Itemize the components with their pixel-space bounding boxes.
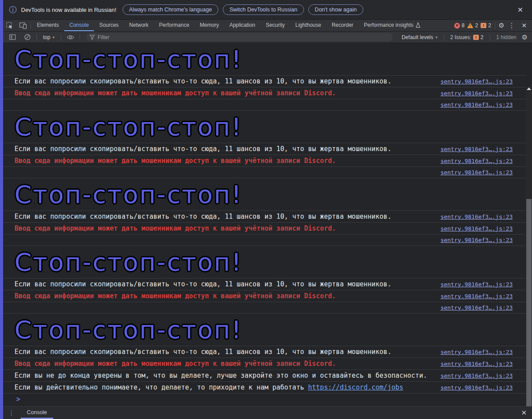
source-link[interactable]: sentry.9816ef3….js:23: [441, 384, 513, 391]
log-levels-dropdown[interactable]: Default levels ▾: [398, 34, 441, 40]
drawer-tab-console[interactable]: Console: [21, 407, 53, 419]
console-message-stop-banner: Стоп-стоп-стоп!: [3, 43, 526, 76]
tab-lighthouse[interactable]: Lighthouse: [290, 20, 326, 31]
console-message-warning-line: Если вас попросили скопировать/вставить …: [3, 211, 526, 223]
levels-value: Default levels: [402, 34, 433, 40]
danger-line-text: Ввод сюда информации может дать мошенник…: [14, 89, 336, 97]
source-link[interactable]: sentry.9816ef3….js:23: [441, 225, 513, 232]
javascript-context-selector[interactable]: top ▾: [40, 34, 58, 40]
drawer-close-icon[interactable]: ✕: [516, 407, 532, 419]
console-scrollbar[interactable]: [526, 86, 532, 406]
source-link[interactable]: sentry.9816ef3….js:23: [441, 349, 513, 355]
source-link[interactable]: sentry.9816ef3….js:23: [441, 213, 513, 220]
console-message-stop-banner: Стоп-стоп-стоп!: [3, 246, 526, 278]
tab-label: Recorder: [332, 22, 353, 28]
console-message-warning-line: Если вас попросили скопировать/вставить …: [3, 143, 526, 155]
console-settings-gear-icon[interactable]: ⚙: [522, 33, 529, 41]
warning-line-text: Если вас попросили скопировать/вставить …: [14, 145, 391, 153]
live-expression-eye-icon[interactable]: [64, 35, 77, 40]
filter-input[interactable]: [98, 34, 389, 40]
danger-line-text: Ввод сюда информации может дать мошенник…: [14, 360, 336, 368]
warning-count: 2: [475, 22, 478, 29]
source-link[interactable]: sentry.9816ef3….js:23: [441, 169, 513, 176]
source-link[interactable]: sentry.9816ef3….js:23: [441, 281, 513, 288]
tab-performance[interactable]: Performance: [154, 20, 195, 31]
source-link[interactable]: sentry.9816ef3….js:23: [441, 361, 513, 367]
devtools-panel: ⓘ DevTools is now available in Russian! …: [3, 0, 532, 419]
issues-badge[interactable]: ! 2: [481, 22, 491, 29]
dont-show-again-button[interactable]: Don't show again: [308, 4, 364, 15]
tab-application[interactable]: Application: [224, 20, 261, 31]
issues-count: 2: [481, 34, 484, 40]
device-toolbar-icon[interactable]: [16, 20, 29, 31]
console-sidebar-toggle-icon[interactable]: [6, 34, 19, 40]
tab-label: Performance insights: [364, 22, 413, 28]
source-link[interactable]: sentry.9816ef3….js:23: [441, 293, 513, 300]
tab-recorder[interactable]: Recorder: [326, 20, 358, 31]
tabbar-right-controls: ✕ 8 ! 2 ! 2 ⚙ ⋮ ✕: [454, 20, 532, 31]
filter-funnel-icon: [90, 35, 95, 40]
divider: [30, 22, 31, 29]
scroll-up-arrow-icon[interactable]: [527, 87, 531, 90]
console-message-warning-line: Если вас попросили скопировать/вставить …: [3, 346, 526, 358]
more-options-kebab-icon[interactable]: ⋮: [507, 22, 516, 29]
warning-icon: !: [467, 23, 473, 28]
console-message-stop-banner: Стоп-стоп-стоп!: [3, 314, 526, 346]
console-message-danger-line: Ввод сюда информации может дать мошенник…: [3, 290, 526, 302]
experiment-flask-icon: [416, 22, 420, 28]
scrollbar-thumb[interactable]: [526, 199, 532, 406]
devtools-tabbar: Elements Console Sources Network Perform…: [3, 20, 532, 32]
issues-label: 2 Issues:: [450, 34, 471, 40]
clear-console-icon[interactable]: [21, 34, 34, 40]
source-link[interactable]: sentry.9816ef3….js:23: [441, 304, 513, 311]
hidden-messages-label: 1 hidden: [493, 34, 520, 40]
console-message-warning-line: Если вас попросили скопировать/вставить …: [3, 76, 526, 87]
settings-gear-icon[interactable]: ⚙: [499, 22, 504, 29]
tab-console[interactable]: Console: [64, 20, 94, 31]
tab-label: Elements: [37, 22, 59, 28]
issue-icon: !: [481, 23, 486, 28]
stop-banner-text: Стоп-стоп-стоп!: [14, 112, 242, 141]
warning-badge[interactable]: ! 2: [467, 22, 478, 29]
devtools-close-icon[interactable]: ✕: [519, 22, 529, 29]
tab-security[interactable]: Security: [261, 20, 290, 31]
source-link[interactable]: sentry.9816ef3….js:23: [441, 146, 513, 152]
console-filter-field[interactable]: [86, 33, 393, 41]
drawer-bar: ⋮ Console ✕: [3, 406, 532, 419]
error-badge[interactable]: ✕ 8: [454, 22, 465, 29]
issue-icon: !: [473, 35, 479, 40]
source-link[interactable]: sentry.9816ef3….js:23: [441, 237, 513, 243]
switch-devtools-russian-button[interactable]: Switch DevTools to Russian: [223, 4, 304, 15]
tab-elements[interactable]: Elements: [32, 20, 64, 31]
chevron-down-icon: ▾: [53, 35, 55, 40]
console-message-empty: sentry.9816ef3….js:23: [3, 235, 526, 246]
source-link[interactable]: sentry.9816ef3….js:23: [441, 158, 513, 164]
stop-banner-text: Стоп-стоп-стоп!: [14, 315, 242, 344]
issues-counter[interactable]: 2 Issues: ! 2: [447, 34, 487, 40]
console-message-danger-line: Ввод сюда информации может дать мошенник…: [3, 223, 526, 235]
divider: [495, 22, 495, 29]
console-prompt[interactable]: >: [3, 394, 526, 405]
issues-count: 2: [488, 22, 491, 29]
stop-banner-text: Стоп-стоп-стоп!: [14, 45, 242, 73]
infobar-close-icon[interactable]: ✕: [515, 5, 526, 15]
discord-jobs-link[interactable]: https://discord.com/jobs: [308, 383, 403, 391]
tab-sources[interactable]: Sources: [94, 20, 124, 31]
source-link[interactable]: sentry.9816ef3….js:23: [441, 372, 513, 379]
tab-performance-insights[interactable]: Performance insights: [358, 20, 426, 31]
console-message-danger-line: Ввод сюда информации может дать мошенник…: [3, 87, 526, 99]
tab-network[interactable]: Network: [124, 20, 154, 31]
inspect-element-icon[interactable]: [3, 20, 16, 31]
match-chrome-language-button[interactable]: Always match Chrome's language: [123, 4, 219, 15]
warning-line-text: Если вас попросили скопировать/вставить …: [14, 348, 391, 356]
tab-memory[interactable]: Memory: [195, 20, 224, 31]
console-message-empty: sentry.9816ef3….js:23: [3, 302, 526, 314]
source-link[interactable]: sentry.9816ef3….js:23: [441, 90, 513, 97]
source-link[interactable]: sentry.9816ef3….js:23: [441, 78, 513, 85]
warning-line-text: Если вас попросили скопировать/вставить …: [14, 77, 391, 85]
drawer-kebab-icon[interactable]: ⋮: [3, 407, 21, 419]
tab-label: Console: [69, 22, 89, 28]
divider: [444, 34, 444, 40]
source-link[interactable]: sentry.9816ef3….js:23: [441, 101, 513, 108]
console-message-empty: sentry.9816ef3….js:23: [3, 99, 526, 111]
